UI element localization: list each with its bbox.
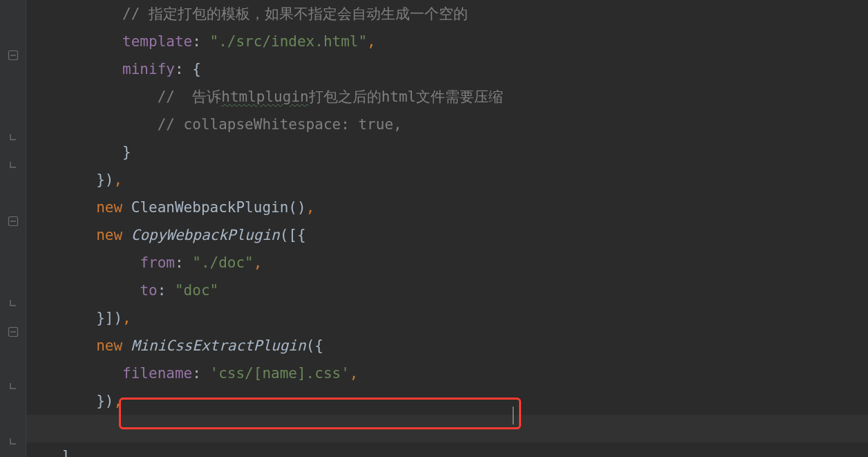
code-line: }]),	[26, 310, 131, 326]
code-area[interactable]: // 指定打包的模板，如果不指定会自动生成一个空的 template: "./s…	[26, 0, 868, 457]
code-line: }	[26, 144, 131, 160]
code-line: // 告诉htmlplugin打包之后的html文件需要压缩	[26, 88, 503, 105]
code-line: new CopyWebpackPlugin([{	[26, 227, 306, 243]
code-line: template: "./src/index.html",	[26, 33, 376, 50]
fold-collapse-icon[interactable]	[8, 133, 19, 144]
code-line: new CleanWebpackPlugin(),	[26, 199, 314, 216]
code-line: from: "./doc",	[26, 254, 262, 271]
code-editor[interactable]: // 指定打包的模板，如果不指定会自动生成一个空的 template: "./s…	[0, 0, 868, 457]
code-line: new MiniCssExtractPlugin({	[26, 337, 323, 354]
code-line: }),	[26, 393, 122, 409]
fold-collapse-icon[interactable]	[8, 437, 19, 448]
code-line: minify: {	[26, 61, 201, 77]
fold-expand-icon[interactable]	[8, 326, 19, 337]
code-line: // collapseWhitespace: true,	[26, 116, 402, 133]
code-line: ]	[26, 448, 70, 457]
fold-expand-icon[interactable]	[8, 216, 19, 227]
fold-expand-icon[interactable]	[8, 50, 19, 61]
code-line: filename: 'css/[name].css',	[26, 365, 358, 382]
code-line: }),	[26, 171, 122, 188]
current-line-highlight	[26, 415, 868, 442]
code-content[interactable]: // 指定打包的模板，如果不指定会自动生成一个空的 template: "./s…	[26, 0, 868, 457]
code-line: to: "doc"	[26, 282, 218, 299]
text-cursor	[513, 407, 513, 425]
gutter	[0, 0, 26, 457]
fold-collapse-icon[interactable]	[8, 160, 19, 171]
fold-collapse-icon[interactable]	[8, 382, 19, 393]
code-line: // 指定打包的模板，如果不指定会自动生成一个空的	[26, 6, 468, 22]
fold-collapse-icon[interactable]	[8, 299, 19, 310]
